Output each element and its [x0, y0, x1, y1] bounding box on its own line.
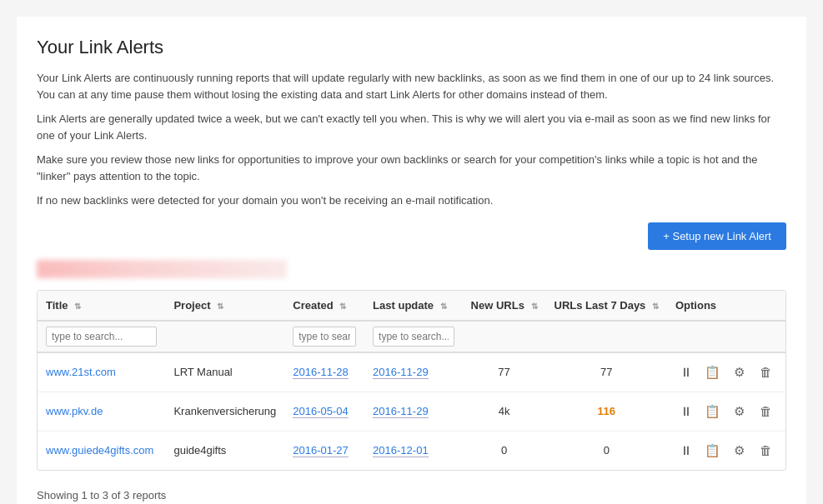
link-last-update-1[interactable]: 2016-11-29: [373, 405, 429, 418]
delete-button-1[interactable]: 🗑: [755, 401, 777, 422]
sort-title-icon[interactable]: ⇅: [74, 302, 81, 311]
cell-project-2: guide4gifts: [165, 431, 284, 470]
table-header-row: Title ⇅ Project ⇅ Created ⇅ Last update …: [38, 291, 785, 321]
cell-new-urls-2: 0: [463, 431, 546, 470]
cell-project-0: LRT Manual: [165, 352, 284, 392]
search-last-update-cell: [364, 321, 462, 352]
cell-last-update-2: 2016-12-01: [364, 431, 462, 470]
main-container: Your Link Alerts Your Link Alerts are co…: [17, 17, 806, 504]
setup-btn-row: + Setup new Link Alert: [37, 222, 786, 250]
link-title-0[interactable]: www.21st.com: [46, 366, 116, 378]
col-header-title: Title ⇅: [38, 291, 165, 321]
col-header-urls-last-7: URLs Last 7 Days ⇅: [546, 291, 667, 321]
cell-options-2: ⏸ 📋 ⚙ 🗑: [667, 431, 785, 470]
col-header-last-update: Last update ⇅: [364, 291, 462, 321]
search-new-urls-cell: [463, 321, 546, 352]
search-options-cell: [667, 321, 785, 352]
delete-button-0[interactable]: 🗑: [755, 362, 777, 383]
search-urls-last-7-cell: [546, 321, 667, 352]
settings-button-0[interactable]: ⚙: [729, 362, 750, 383]
options-buttons-1: ⏸ 📋 ⚙ 🗑: [675, 401, 777, 422]
link-title-2[interactable]: www.guiede4gifts.com: [46, 444, 153, 457]
cell-new-urls-1: 4k: [463, 392, 546, 431]
link-created-2[interactable]: 2016-01-27: [293, 444, 349, 457]
desc-para-4: If no new backlinks were detected for yo…: [37, 192, 786, 209]
link-alerts-table-wrapper: Title ⇅ Project ⇅ Created ⇅ Last update …: [37, 290, 786, 471]
col-header-options: Options: [667, 291, 785, 321]
sort-last-update-icon[interactable]: ⇅: [440, 302, 447, 311]
copy-button-2[interactable]: 📋: [702, 440, 724, 462]
cell-options-1: ⏸ 📋 ⚙ 🗑: [667, 392, 785, 431]
cell-urls-last-7-2: 0: [546, 431, 667, 470]
sort-urls-last-7-icon[interactable]: ⇅: [652, 302, 659, 311]
cell-title-1: www.pkv.de: [38, 392, 165, 431]
col-header-created: Created ⇅: [284, 291, 364, 321]
pause-button-0[interactable]: ⏸: [675, 362, 697, 383]
blurred-bar: [37, 260, 287, 278]
search-title-cell: [38, 321, 165, 352]
table-search-row: [38, 321, 785, 352]
options-buttons-2: ⏸ 📋 ⚙ 🗑: [675, 440, 777, 462]
copy-button-1[interactable]: 📋: [702, 401, 724, 422]
delete-button-2[interactable]: 🗑: [755, 440, 777, 462]
link-created-1[interactable]: 2016-05-04: [293, 405, 349, 418]
table-row: www.pkv.de Krankenversicherung 2016-05-0…: [38, 392, 785, 431]
page-title: Your Link Alerts: [37, 37, 786, 58]
settings-button-2[interactable]: ⚙: [729, 440, 750, 462]
search-title-input[interactable]: [46, 327, 157, 347]
search-last-update-input[interactable]: [373, 327, 454, 347]
search-created-input[interactable]: [293, 327, 356, 347]
link-last-update-2[interactable]: 2016-12-01: [373, 444, 429, 457]
link-title-1[interactable]: www.pkv.de: [46, 405, 103, 417]
showing-count: Showing 1 to 3 of 3 reports: [37, 489, 166, 502]
table-row: www.21st.com LRT Manual 2016-11-28 2016-…: [38, 352, 785, 392]
settings-button-1[interactable]: ⚙: [729, 401, 750, 422]
table-row: www.guiede4gifts.com guide4gifts 2016-01…: [38, 431, 785, 470]
pause-button-1[interactable]: ⏸: [675, 401, 697, 422]
search-created-cell: [284, 321, 364, 352]
desc-para-1: Your Link Alerts are continuously runnin…: [37, 70, 786, 102]
cell-urls-last-7-0: 77: [546, 352, 667, 392]
pause-button-2[interactable]: ⏸: [675, 440, 697, 462]
desc-para-2: Link Alerts are generally updated twice …: [37, 111, 786, 143]
cell-urls-last-7-1: 116: [546, 392, 667, 431]
link-alerts-table: Title ⇅ Project ⇅ Created ⇅ Last update …: [38, 291, 785, 470]
link-last-update-0[interactable]: 2016-11-29: [373, 366, 429, 379]
copy-button-0[interactable]: 📋: [702, 362, 724, 383]
col-header-project: Project ⇅: [165, 291, 284, 321]
sort-new-urls-icon[interactable]: ⇅: [531, 302, 538, 311]
options-buttons-0: ⏸ 📋 ⚙ 🗑: [675, 362, 777, 383]
footer-left: Showing 1 to 3 of 3 reports Show 1025501…: [37, 482, 166, 505]
cell-project-1: Krankenversicherung: [165, 392, 284, 431]
cell-last-update-1: 2016-11-29: [364, 392, 462, 431]
cell-created-0: 2016-11-28: [284, 352, 364, 392]
search-project-cell: [165, 321, 284, 352]
table-footer: Showing 1 to 3 of 3 reports Show 1025501…: [37, 482, 786, 505]
table-body: www.21st.com LRT Manual 2016-11-28 2016-…: [38, 352, 785, 470]
col-header-new-urls: New URLs ⇅: [463, 291, 546, 321]
sort-project-icon[interactable]: ⇅: [217, 302, 223, 311]
desc-para-3: Make sure you review those new links for…: [37, 152, 786, 184]
link-created-0[interactable]: 2016-11-28: [293, 366, 349, 379]
cell-created-1: 2016-05-04: [284, 392, 364, 431]
cell-title-2: www.guiede4gifts.com: [38, 431, 165, 470]
cell-options-0: ⏸ 📋 ⚙ 🗑: [667, 352, 785, 392]
cell-created-2: 2016-01-27: [284, 431, 364, 470]
cell-last-update-0: 2016-11-29: [364, 352, 462, 392]
cell-title-0: www.21st.com: [38, 352, 165, 392]
cell-new-urls-0: 77: [463, 352, 546, 392]
setup-new-link-alert-button[interactable]: + Setup new Link Alert: [648, 222, 786, 250]
sort-created-icon[interactable]: ⇅: [339, 302, 346, 311]
description-block: Your Link Alerts are continuously runnin…: [37, 70, 786, 209]
